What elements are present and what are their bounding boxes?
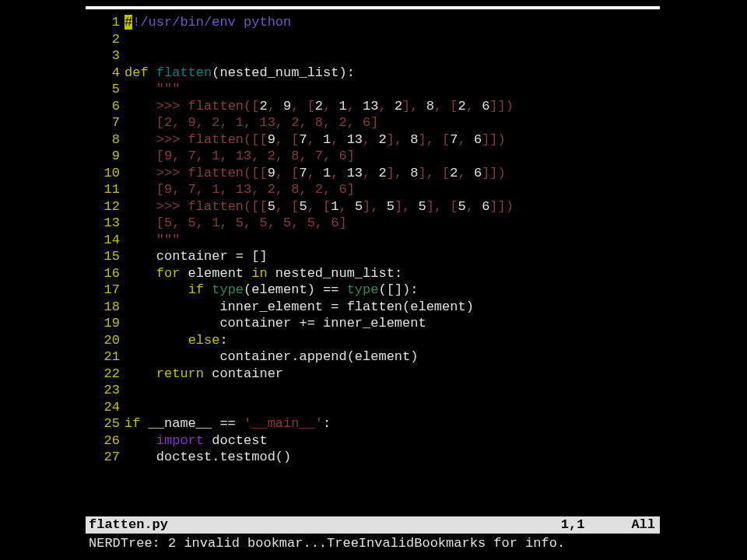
code-line[interactable]: 9 [9, 7, 1, 13, 2, 8, 7, 6] bbox=[86, 148, 660, 165]
code-line[interactable]: 23 bbox=[86, 382, 660, 399]
code-line[interactable]: 7 [2, 9, 2, 1, 13, 2, 8, 2, 6] bbox=[86, 114, 660, 131]
code-content[interactable] bbox=[124, 47, 660, 65]
line-number: 5 bbox=[86, 81, 124, 98]
line-number: 8 bbox=[86, 131, 124, 149]
code-content[interactable]: return container bbox=[124, 366, 660, 383]
code-line[interactable]: 10 >>> flatten([[9, [7, 1, 13, 2], 8], [… bbox=[86, 165, 660, 182]
status-line: flatten.py 1,1 All bbox=[86, 516, 660, 534]
line-number: 4 bbox=[86, 65, 124, 82]
line-number: 2 bbox=[86, 31, 124, 48]
code-line[interactable]: 20 else: bbox=[86, 332, 660, 349]
code-line[interactable]: 1#!/usr/bin/env python bbox=[86, 14, 660, 31]
code-line[interactable]: 6 >>> flatten([2, 9, [2, 1, 13, 2], 8, [… bbox=[86, 98, 660, 115]
status-percent: All bbox=[631, 516, 655, 534]
code-line[interactable]: 4def flatten(nested_num_list): bbox=[86, 65, 660, 82]
line-number: 10 bbox=[86, 165, 124, 182]
code-content[interactable]: doctest.testmod() bbox=[124, 449, 660, 466]
code-line[interactable]: 2 bbox=[86, 31, 660, 48]
line-number: 21 bbox=[86, 348, 124, 366]
line-number: 22 bbox=[86, 366, 124, 383]
line-number: 18 bbox=[86, 299, 124, 316]
code-line[interactable]: 21 container.append(element) bbox=[86, 348, 660, 366]
line-number: 16 bbox=[86, 265, 124, 282]
code-content[interactable]: def flatten(nested_num_list): bbox=[124, 65, 660, 82]
line-number: 26 bbox=[86, 432, 124, 450]
code-content[interactable]: >>> flatten([[9, [7, 1, 13, 2], 8], [2, … bbox=[124, 165, 660, 182]
code-line[interactable]: 26 import doctest bbox=[86, 432, 660, 450]
command-line: NERDTree: 2 invalid bookmar...TreeInvali… bbox=[86, 535, 660, 552]
code-line[interactable]: 25if __name__ == '__main__': bbox=[86, 415, 660, 432]
line-number: 23 bbox=[86, 382, 124, 399]
code-content[interactable]: """ bbox=[124, 232, 660, 249]
code-editor[interactable]: 1#!/usr/bin/env python234def flatten(nes… bbox=[86, 14, 660, 557]
status-filename: flatten.py bbox=[89, 516, 168, 534]
line-number: 19 bbox=[86, 315, 124, 332]
code-line[interactable]: 12 >>> flatten([[5, [5, [1, 5], 5], 5], … bbox=[86, 198, 660, 215]
line-number: 17 bbox=[86, 282, 124, 299]
code-line[interactable]: 3 bbox=[86, 47, 660, 65]
code-content[interactable]: [5, 5, 1, 5, 5, 5, 5, 6] bbox=[124, 215, 660, 232]
code-content[interactable]: if __name__ == '__main__': bbox=[124, 415, 660, 432]
code-content[interactable]: """ bbox=[124, 81, 660, 98]
code-content[interactable]: >>> flatten([[9, [7, 1, 13, 2], 8], [7, … bbox=[124, 131, 660, 149]
code-line[interactable]: 19 container += inner_element bbox=[86, 315, 660, 332]
code-content[interactable]: for element in nested_num_list: bbox=[124, 265, 660, 282]
code-content[interactable]: [9, 7, 1, 13, 2, 8, 2, 6] bbox=[124, 181, 660, 198]
code-line[interactable]: 22 return container bbox=[86, 366, 660, 383]
line-number: 20 bbox=[86, 332, 124, 349]
line-number: 3 bbox=[86, 47, 124, 65]
line-number: 12 bbox=[86, 198, 124, 215]
code-content[interactable]: [2, 9, 2, 1, 13, 2, 8, 2, 6] bbox=[124, 114, 660, 131]
code-content[interactable]: import doctest bbox=[124, 432, 660, 450]
code-content[interactable]: >>> flatten([2, 9, [2, 1, 13, 2], 8, [2,… bbox=[124, 98, 660, 115]
line-number: 27 bbox=[86, 449, 124, 466]
line-number: 9 bbox=[86, 148, 124, 165]
code-line[interactable]: 14 """ bbox=[86, 232, 660, 249]
code-line[interactable]: 5 """ bbox=[86, 81, 660, 98]
code-line[interactable]: 11 [9, 7, 1, 13, 2, 8, 2, 6] bbox=[86, 181, 660, 198]
code-line[interactable]: 16 for element in nested_num_list: bbox=[86, 265, 660, 282]
status-position: 1,1 bbox=[561, 516, 585, 534]
code-content[interactable]: container.append(element) bbox=[124, 348, 660, 366]
line-number: 24 bbox=[86, 399, 124, 416]
code-line[interactable]: 24 bbox=[86, 399, 660, 416]
line-number: 11 bbox=[86, 181, 124, 198]
code-content[interactable]: container += inner_element bbox=[124, 315, 660, 332]
code-line[interactable]: 27 doctest.testmod() bbox=[86, 449, 660, 466]
code-line[interactable]: 13 [5, 5, 1, 5, 5, 5, 5, 6] bbox=[86, 215, 660, 232]
line-number: 25 bbox=[86, 415, 124, 432]
code-content[interactable] bbox=[124, 31, 660, 48]
code-line[interactable]: 18 inner_element = flatten(element) bbox=[86, 299, 660, 316]
code-content[interactable] bbox=[124, 382, 660, 399]
line-number: 14 bbox=[86, 232, 124, 249]
line-number: 7 bbox=[86, 114, 124, 131]
code-content[interactable]: inner_element = flatten(element) bbox=[124, 299, 660, 316]
line-number: 13 bbox=[86, 215, 124, 232]
terminal-window: 1#!/usr/bin/env python234def flatten(nes… bbox=[86, 6, 660, 557]
code-content[interactable]: #!/usr/bin/env python bbox=[124, 14, 660, 31]
code-content[interactable]: else: bbox=[124, 332, 660, 349]
code-line[interactable]: 8 >>> flatten([[9, [7, 1, 13, 2], 8], [7… bbox=[86, 131, 660, 149]
code-line[interactable]: 15 container = [] bbox=[86, 248, 660, 265]
code-line[interactable]: 17 if type(element) == type([]): bbox=[86, 282, 660, 299]
code-content[interactable]: container = [] bbox=[124, 248, 660, 265]
line-number: 1 bbox=[86, 14, 124, 31]
code-content[interactable]: >>> flatten([[5, [5, [1, 5], 5], 5], [5,… bbox=[124, 198, 660, 215]
line-number: 6 bbox=[86, 98, 124, 115]
code-content[interactable]: [9, 7, 1, 13, 2, 8, 7, 6] bbox=[124, 148, 660, 165]
line-number: 15 bbox=[86, 248, 124, 265]
code-content[interactable] bbox=[124, 399, 660, 416]
code-content[interactable]: if type(element) == type([]): bbox=[124, 282, 660, 299]
